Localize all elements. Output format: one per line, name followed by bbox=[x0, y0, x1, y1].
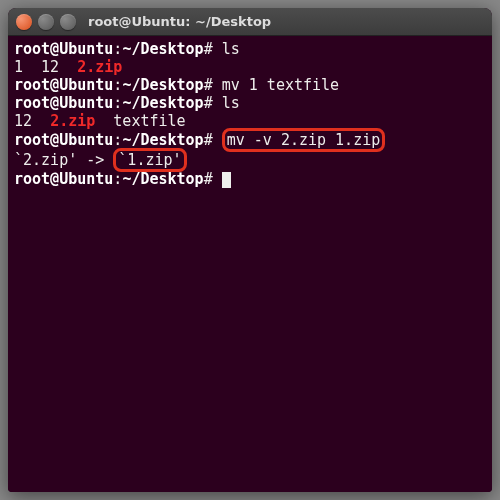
output-text: textfile bbox=[95, 112, 185, 130]
terminal-window: root@Ubuntu: ~/Desktop root@Ubuntu:~/Des… bbox=[8, 8, 492, 492]
cursor-icon bbox=[222, 172, 231, 188]
window-title: root@Ubuntu: ~/Desktop bbox=[88, 14, 271, 29]
prompt-path: ~/Desktop bbox=[122, 94, 203, 112]
highlight-box: mv -v 2.zip 1.zip bbox=[222, 128, 386, 152]
prompt-path: ~/Desktop bbox=[122, 76, 203, 94]
terminal-line: root@Ubuntu:~/Desktop# ls bbox=[14, 40, 486, 58]
output-text: 12 bbox=[14, 112, 50, 130]
maximize-icon[interactable] bbox=[60, 14, 76, 30]
prompt-hash: # bbox=[204, 131, 213, 149]
output-zip: 2.zip bbox=[77, 58, 122, 76]
output-text: `2.zip' -> bbox=[14, 151, 113, 169]
prompt-path: ~/Desktop bbox=[122, 170, 203, 188]
terminal-line: root@Ubuntu:~/Desktop# mv 1 textfile bbox=[14, 76, 486, 94]
command-text: mv -v 2.zip 1.zip bbox=[227, 131, 381, 149]
prompt-hash: # bbox=[204, 170, 213, 188]
prompt-hash: # bbox=[204, 94, 213, 112]
highlight-box: `1.zip' bbox=[113, 148, 186, 172]
terminal-body[interactable]: root@Ubuntu:~/Desktop# ls 1 12 2.zip roo… bbox=[8, 36, 492, 492]
minimize-icon[interactable] bbox=[38, 14, 54, 30]
command-text: ls bbox=[222, 40, 240, 58]
command-text: ls bbox=[222, 94, 240, 112]
output-zip: 2.zip bbox=[50, 112, 95, 130]
prompt-path: ~/Desktop bbox=[122, 131, 203, 149]
terminal-line: root@Ubuntu:~/Desktop# ls bbox=[14, 94, 486, 112]
prompt-user: root@Ubuntu bbox=[14, 170, 113, 188]
terminal-line: root@Ubuntu:~/Desktop# bbox=[14, 170, 486, 188]
prompt-user: root@Ubuntu bbox=[14, 40, 113, 58]
terminal-line: `2.zip' -> `1.zip' bbox=[14, 150, 486, 170]
prompt-user: root@Ubuntu bbox=[14, 94, 113, 112]
output-text: `1.zip' bbox=[118, 151, 181, 169]
prompt-hash: # bbox=[204, 76, 213, 94]
command-text: mv 1 textfile bbox=[222, 76, 339, 94]
titlebar[interactable]: root@Ubuntu: ~/Desktop bbox=[8, 8, 492, 36]
terminal-line: root@Ubuntu:~/Desktop# mv -v 2.zip 1.zip bbox=[14, 130, 486, 150]
output-text: 1 12 bbox=[14, 58, 77, 76]
prompt-hash: # bbox=[204, 40, 213, 58]
prompt-user: root@Ubuntu bbox=[14, 131, 113, 149]
prompt-user: root@Ubuntu bbox=[14, 76, 113, 94]
prompt-path: ~/Desktop bbox=[122, 40, 203, 58]
terminal-line: 1 12 2.zip bbox=[14, 58, 486, 76]
close-icon[interactable] bbox=[16, 14, 32, 30]
